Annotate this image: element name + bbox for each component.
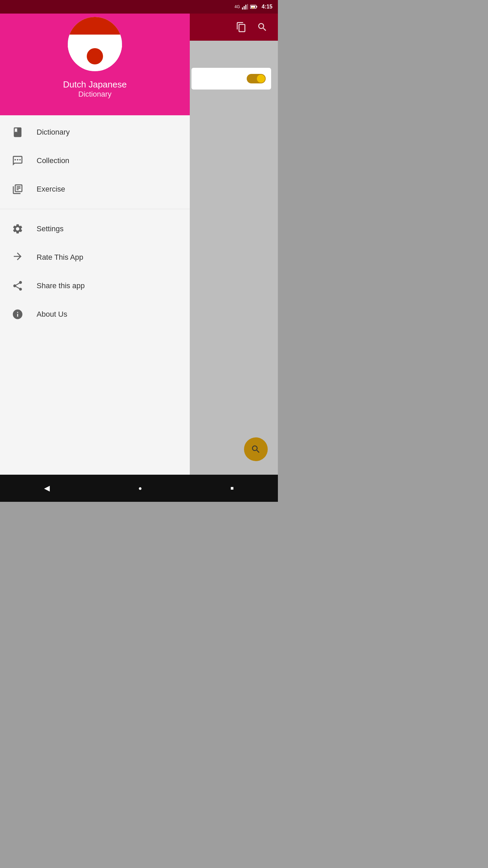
flag-stripe-red — [68, 17, 122, 35]
sidebar-item-rate[interactable]: Rate This App — [0, 243, 190, 272]
battery-icon: ⚡ — [250, 4, 258, 9]
recents-button[interactable]: ■ — [226, 481, 238, 495]
svg-rect-5 — [256, 6, 257, 7]
bottom-navigation: ◀ ● ■ — [0, 475, 278, 502]
dictionary-label: Dictionary — [37, 128, 70, 137]
svg-rect-0 — [242, 7, 243, 9]
svg-point-10 — [19, 159, 21, 160]
svg-rect-1 — [244, 6, 245, 9]
gear-icon — [11, 222, 24, 236]
chat-bubbles-icon — [11, 154, 24, 167]
back-button[interactable]: ◀ — [40, 480, 54, 497]
svg-rect-3 — [247, 4, 248, 9]
nav-drawer: Dutch Japanese Dictionary Dictionary — [0, 0, 190, 502]
settings-label: Settings — [37, 224, 64, 233]
status-bar: 4G ⚡ 4:15 — [0, 0, 278, 14]
toggle-switch[interactable] — [247, 74, 266, 83]
app-subtitle: Dictionary — [78, 90, 111, 99]
share-app-label: Share this app — [37, 281, 85, 290]
book-icon — [11, 125, 24, 139]
sidebar-item-about[interactable]: About Us — [0, 300, 190, 329]
svg-point-9 — [17, 159, 18, 160]
arrow-right-icon — [11, 251, 24, 264]
clock: 4:15 — [262, 4, 272, 10]
signal-icon: 4G — [235, 4, 240, 9]
japan-dot — [87, 48, 103, 64]
settings-toggle-card — [191, 68, 271, 90]
sidebar-item-exercise[interactable]: Exercise — [0, 175, 190, 203]
signal-bars-icon — [242, 4, 248, 9]
info-icon — [11, 308, 24, 321]
sidebar-item-settings[interactable]: Settings — [0, 215, 190, 243]
drawer-header: Dutch Japanese Dictionary — [0, 0, 190, 115]
status-icons: 4G ⚡ 4:15 — [235, 4, 272, 10]
sidebar-item-share[interactable]: Share this app — [0, 272, 190, 300]
about-label: About Us — [37, 310, 67, 319]
search-icon-top[interactable] — [257, 22, 268, 33]
rate-app-label: Rate This App — [37, 253, 83, 262]
sidebar-item-dictionary[interactable]: Dictionary — [0, 118, 190, 146]
menu-divider — [0, 209, 190, 209]
svg-point-8 — [15, 159, 16, 160]
clipboard-icon[interactable] — [236, 22, 247, 33]
exercise-label: Exercise — [37, 185, 65, 194]
collection-label: Collection — [37, 156, 69, 165]
share-icon — [11, 279, 24, 293]
app-logo — [68, 17, 122, 71]
fab-search-button[interactable] — [244, 437, 268, 461]
app-title: Dutch Japanese — [63, 79, 127, 90]
drawer-menu: Dictionary Collection — [0, 115, 190, 502]
sidebar-item-collection[interactable]: Collection — [0, 146, 190, 175]
secondary-menu-section: Settings Rate This App Share this app — [0, 212, 190, 331]
home-button[interactable]: ● — [134, 481, 146, 496]
primary-menu-section: Dictionary Collection — [0, 115, 190, 206]
svg-rect-2 — [245, 5, 246, 9]
list-check-icon — [11, 182, 24, 196]
svg-text:⚡: ⚡ — [251, 6, 255, 9]
